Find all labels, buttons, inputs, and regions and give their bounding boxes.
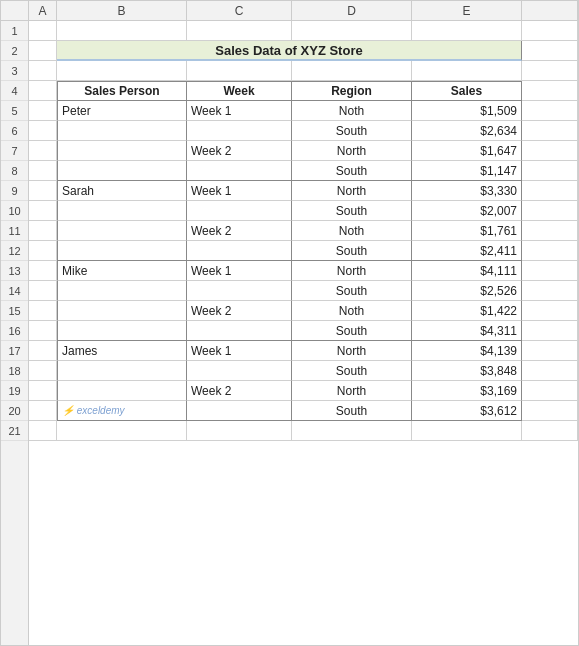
cell-e15: $1,422 bbox=[412, 301, 522, 321]
row-num-4: 4 bbox=[1, 81, 28, 101]
cell-a4 bbox=[29, 81, 57, 101]
corner-cell bbox=[1, 1, 29, 20]
cell-e6: $2,634 bbox=[412, 121, 522, 141]
cell-c3 bbox=[187, 61, 292, 81]
grid-row-1 bbox=[29, 21, 578, 41]
cell-e19: $3,169 bbox=[412, 381, 522, 401]
cell-d16: South bbox=[292, 321, 412, 341]
cell-e9: $3,330 bbox=[412, 181, 522, 201]
cell-c21 bbox=[187, 421, 292, 441]
cell-b8 bbox=[57, 161, 187, 181]
row-num-3: 3 bbox=[1, 61, 28, 81]
cell-f4 bbox=[522, 81, 578, 101]
cell-d21 bbox=[292, 421, 412, 441]
column-headers: A B C D E bbox=[1, 1, 578, 21]
grid-row-12: South $2,411 bbox=[29, 241, 578, 261]
col-header-extra bbox=[522, 1, 578, 20]
grid-row-15: Week 2 Noth $1,422 bbox=[29, 301, 578, 321]
cell-b10 bbox=[57, 201, 187, 221]
grid-content: Sales Data of XYZ Store Sales Person Wee… bbox=[29, 21, 578, 645]
row-num-13: 13 bbox=[1, 261, 28, 281]
row-num-1: 1 bbox=[1, 21, 28, 41]
cell-c13: Week 1 bbox=[187, 261, 292, 281]
cell-c1 bbox=[187, 21, 292, 41]
row-num-21: 21 bbox=[1, 421, 28, 441]
cell-e8: $1,147 bbox=[412, 161, 522, 181]
cell-e13: $4,111 bbox=[412, 261, 522, 281]
cell-f16 bbox=[522, 321, 578, 341]
grid-row-7: Week 2 North $1,647 bbox=[29, 141, 578, 161]
cell-d15: Noth bbox=[292, 301, 412, 321]
header-sales-person: Sales Person bbox=[57, 81, 187, 101]
cell-c7: Week 2 bbox=[187, 141, 292, 161]
grid-row-2: Sales Data of XYZ Store bbox=[29, 41, 578, 61]
cell-e3 bbox=[412, 61, 522, 81]
cell-d13: North bbox=[292, 261, 412, 281]
cell-d3 bbox=[292, 61, 412, 81]
cell-a15 bbox=[29, 301, 57, 321]
grid-row-16: South $4,311 bbox=[29, 321, 578, 341]
grid-row-6: South $2,634 bbox=[29, 121, 578, 141]
cell-b12 bbox=[57, 241, 187, 261]
header-week: Week bbox=[187, 81, 292, 101]
cell-a11 bbox=[29, 221, 57, 241]
cell-e12: $2,411 bbox=[412, 241, 522, 261]
row-num-14: 14 bbox=[1, 281, 28, 301]
cell-a6 bbox=[29, 121, 57, 141]
cell-a12 bbox=[29, 241, 57, 261]
cell-f21 bbox=[522, 421, 578, 441]
cell-a18 bbox=[29, 361, 57, 381]
cell-b21 bbox=[57, 421, 187, 441]
row-num-19: 19 bbox=[1, 381, 28, 401]
grid-row-10: South $2,007 bbox=[29, 201, 578, 221]
cell-a21 bbox=[29, 421, 57, 441]
cell-c14 bbox=[187, 281, 292, 301]
cell-c5: Week 1 bbox=[187, 101, 292, 121]
grid-row-17: James Week 1 North $4,139 bbox=[29, 341, 578, 361]
cell-c18 bbox=[187, 361, 292, 381]
title-cell: Sales Data of XYZ Store bbox=[57, 41, 522, 61]
col-header-b: B bbox=[57, 1, 187, 20]
cell-f14 bbox=[522, 281, 578, 301]
cell-c6 bbox=[187, 121, 292, 141]
cell-b5: Peter bbox=[57, 101, 187, 121]
cell-b16 bbox=[57, 321, 187, 341]
row-num-17: 17 bbox=[1, 341, 28, 361]
cell-e7: $1,647 bbox=[412, 141, 522, 161]
grid-row-19: Week 2 North $3,169 bbox=[29, 381, 578, 401]
cell-b14 bbox=[57, 281, 187, 301]
cell-e17: $4,139 bbox=[412, 341, 522, 361]
row-num-6: 6 bbox=[1, 121, 28, 141]
cell-b9: Sarah bbox=[57, 181, 187, 201]
row-num-11: 11 bbox=[1, 221, 28, 241]
empty-rows bbox=[29, 441, 578, 645]
row-num-8: 8 bbox=[1, 161, 28, 181]
grid-row-5: Peter Week 1 Noth $1,509 bbox=[29, 101, 578, 121]
header-region: Region bbox=[292, 81, 412, 101]
grid-row-8: South $1,147 bbox=[29, 161, 578, 181]
cell-e11: $1,761 bbox=[412, 221, 522, 241]
cell-d11: Noth bbox=[292, 221, 412, 241]
cell-a5 bbox=[29, 101, 57, 121]
cell-d6: South bbox=[292, 121, 412, 141]
cell-b3 bbox=[57, 61, 187, 81]
col-header-e: E bbox=[412, 1, 522, 20]
cell-a9 bbox=[29, 181, 57, 201]
cell-a8 bbox=[29, 161, 57, 181]
cell-a10 bbox=[29, 201, 57, 221]
cell-a17 bbox=[29, 341, 57, 361]
cell-c10 bbox=[187, 201, 292, 221]
cell-d19: North bbox=[292, 381, 412, 401]
row-num-18: 18 bbox=[1, 361, 28, 381]
row-num-9: 9 bbox=[1, 181, 28, 201]
cell-f9 bbox=[522, 181, 578, 201]
grid-body: 1 2 3 4 5 6 7 8 9 10 11 12 13 14 15 16 1… bbox=[1, 21, 578, 645]
cell-f8 bbox=[522, 161, 578, 181]
spreadsheet: A B C D E 1 2 3 4 5 6 7 8 9 10 11 12 13 … bbox=[0, 0, 579, 646]
cell-f6 bbox=[522, 121, 578, 141]
cell-d10: South bbox=[292, 201, 412, 221]
cell-b19 bbox=[57, 381, 187, 401]
cell-c19: Week 2 bbox=[187, 381, 292, 401]
cell-a14 bbox=[29, 281, 57, 301]
cell-f17 bbox=[522, 341, 578, 361]
